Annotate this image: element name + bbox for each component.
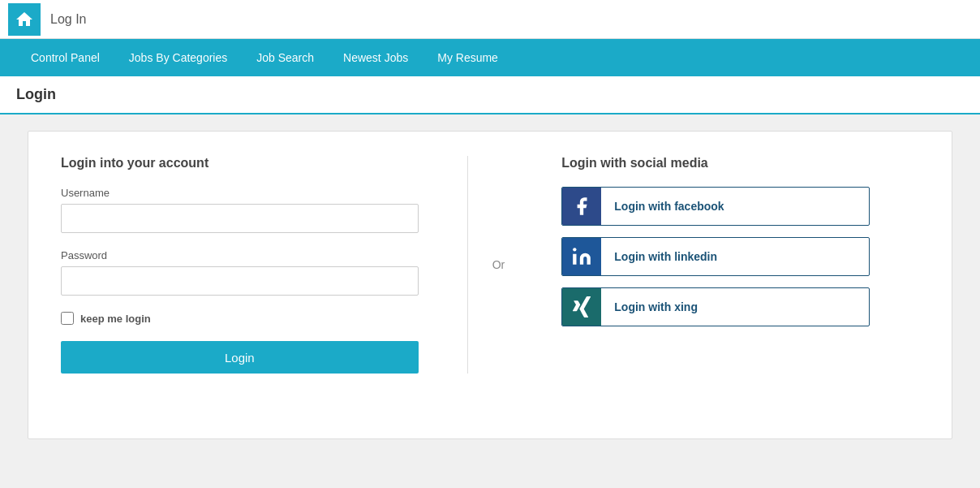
facebook-login-button[interactable]: Login with facebook [561,187,870,226]
xing-login-label: Login with xing [601,300,711,313]
linkedin-login-label: Login with linkedin [601,250,730,263]
or-text: Or [492,258,505,271]
linkedin-icon [562,237,601,276]
xing-login-button[interactable]: Login with xing [561,287,870,326]
username-input[interactable] [61,204,419,233]
login-right: Login with social media Login with faceb… [529,156,919,374]
main-content: Login into your account Username Passwor… [0,114,980,488]
nav-item-newest-jobs[interactable]: Newest Jobs [329,39,423,76]
login-button[interactable]: Login [61,341,419,374]
facebook-login-label: Login with facebook [601,200,737,213]
facebook-icon [562,187,601,226]
nav-bar: Control Panel Jobs By Categories Job Sea… [0,39,980,76]
home-icon [15,10,34,29]
header-title: Log In [50,12,86,27]
nav-item-job-search[interactable]: Job Search [242,39,329,76]
nav-item-jobs-by-categories[interactable]: Jobs By Categories [114,39,242,76]
keep-me-login-label[interactable]: keep me login [80,313,151,325]
login-inner: Login into your account Username Passwor… [61,156,919,374]
username-group: Username [61,187,419,233]
page-title-bar: Login [0,76,980,114]
login-form-title: Login into your account [61,156,419,171]
linkedin-login-button[interactable]: Login with linkedin [561,237,870,276]
password-group: Password [61,249,419,296]
or-divider: Or [468,156,530,374]
nav-item-control-panel[interactable]: Control Panel [16,39,114,76]
keep-me-login-checkbox[interactable] [61,312,74,325]
nav-item-my-resume[interactable]: My Resume [423,39,513,76]
home-icon-box[interactable] [8,3,41,36]
login-left: Login into your account Username Passwor… [61,156,468,374]
page-title: Login [16,86,964,103]
xing-icon [562,287,601,326]
social-section-title: Login with social media [561,156,919,171]
username-label: Username [61,187,419,199]
password-input[interactable] [61,266,419,296]
keep-me-login-group: keep me login [61,312,419,325]
login-container: Login into your account Username Passwor… [28,131,952,439]
svg-point-0 [573,248,576,251]
header-bar: Log In [0,0,980,39]
password-label: Password [61,249,419,261]
